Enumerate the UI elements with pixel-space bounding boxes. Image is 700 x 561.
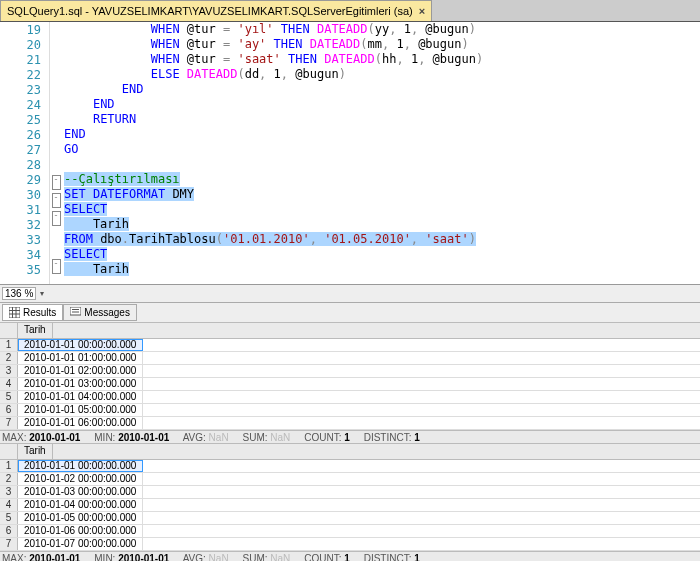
row-number[interactable]: 6 (0, 404, 18, 416)
line-number: 29 (0, 173, 41, 188)
fold-toggle[interactable]: - (52, 259, 61, 274)
row-number[interactable]: 6 (0, 525, 18, 537)
row-number[interactable]: 4 (0, 378, 18, 390)
results-tab-bar: Results Messages (0, 303, 700, 323)
code-line[interactable]: WHEN @tur = 'yıl' THEN DATEADD(yy, 1, @b… (64, 22, 483, 37)
row-number[interactable]: 3 (0, 486, 18, 498)
table-row[interactable]: 42010-01-01 03:00:00.000 (0, 378, 700, 391)
line-number: 25 (0, 113, 41, 128)
line-number: 26 (0, 128, 41, 143)
code-line[interactable]: SELECT (64, 202, 483, 217)
code-editor[interactable]: 1920212223242526272829303132333435 ---- … (0, 22, 700, 285)
messages-icon (70, 307, 81, 318)
line-number: 34 (0, 248, 41, 263)
code-line[interactable]: ELSE DATEADD(dd, 1, @bugun) (64, 67, 483, 82)
cell-tarih[interactable]: 2010-01-01 06:00:00.000 (18, 417, 143, 429)
line-number: 19 (0, 23, 41, 38)
cell-tarih[interactable]: 2010-01-02 00:00:00.000 (18, 473, 143, 485)
row-number[interactable]: 5 (0, 512, 18, 524)
table-row[interactable]: 32010-01-01 02:00:00.000 (0, 365, 700, 378)
table-row[interactable]: 22010-01-01 01:00:00.000 (0, 352, 700, 365)
tab-messages[interactable]: Messages (63, 304, 137, 321)
chevron-down-icon[interactable]: ▾ (40, 289, 44, 298)
line-number: 30 (0, 188, 41, 203)
code-line[interactable]: FROM dbo.TarihTablosu('01.01.2010', '01.… (64, 232, 483, 247)
row-number[interactable]: 7 (0, 538, 18, 550)
table-row[interactable]: 22010-01-02 00:00:00.000 (0, 473, 700, 486)
table-row[interactable]: 42010-01-04 00:00:00.000 (0, 499, 700, 512)
table-row[interactable]: 12010-01-01 00:00:00.000 (0, 339, 700, 352)
zoom-dropdown[interactable]: 136 % (2, 287, 36, 300)
grid1-col-tarih[interactable]: Tarih (18, 323, 53, 338)
document-tab[interactable]: SQLQuery1.sql - YAVUZSELIMKART\YAVUZSELI… (0, 0, 432, 21)
cell-tarih[interactable]: 2010-01-01 02:00:00.000 (18, 365, 143, 377)
code-line[interactable]: END (64, 97, 483, 112)
cell-tarih[interactable]: 2010-01-05 00:00:00.000 (18, 512, 143, 524)
code-line[interactable]: WHEN @tur = 'ay' THEN DATEADD(mm, 1, @bu… (64, 37, 483, 52)
grid1-header: Tarih (0, 323, 700, 339)
zoom-bar: 136 % ▾ (0, 285, 700, 303)
cell-tarih[interactable]: 2010-01-01 00:00:00.000 (18, 339, 143, 351)
code-line[interactable] (64, 157, 483, 172)
fold-toggle[interactable]: - (52, 211, 61, 226)
row-number[interactable]: 7 (0, 417, 18, 429)
code-line[interactable]: WHEN @tur = 'saat' THEN DATEADD(hh, 1, @… (64, 52, 483, 67)
table-row[interactable]: 72010-01-07 00:00:00.000 (0, 538, 700, 551)
row-number[interactable]: 5 (0, 391, 18, 403)
line-number: 23 (0, 83, 41, 98)
cell-tarih[interactable]: 2010-01-03 00:00:00.000 (18, 486, 143, 498)
table-row[interactable]: 62010-01-01 05:00:00.000 (0, 404, 700, 417)
code-line[interactable]: GO (64, 142, 483, 157)
row-number[interactable]: 1 (0, 339, 18, 351)
row-number[interactable]: 3 (0, 365, 18, 377)
line-number: 24 (0, 98, 41, 113)
table-row[interactable]: 62010-01-06 00:00:00.000 (0, 525, 700, 538)
line-number: 21 (0, 53, 41, 68)
close-icon[interactable]: × (419, 5, 425, 17)
cell-tarih[interactable]: 2010-01-01 00:00:00.000 (18, 460, 143, 472)
grid2-col-tarih[interactable]: Tarih (18, 444, 53, 459)
table-row[interactable]: 52010-01-01 04:00:00.000 (0, 391, 700, 404)
grid2-header: Tarih (0, 444, 700, 460)
row-number[interactable]: 2 (0, 352, 18, 364)
code-line[interactable]: Tarih (64, 217, 483, 232)
row-number[interactable]: 2 (0, 473, 18, 485)
code-line[interactable]: --Çalıştırılması (64, 172, 483, 187)
cell-tarih[interactable]: 2010-01-01 05:00:00.000 (18, 404, 143, 416)
fold-toggle[interactable]: - (52, 193, 61, 208)
stats-bar-1: MAX: 2010-01-01 MIN: 2010-01-01 AVG: NaN… (0, 430, 700, 444)
table-row[interactable]: 32010-01-03 00:00:00.000 (0, 486, 700, 499)
cell-tarih[interactable]: 2010-01-01 03:00:00.000 (18, 378, 143, 390)
code-area[interactable]: WHEN @tur = 'yıl' THEN DATEADD(yy, 1, @b… (62, 22, 483, 284)
tab-results[interactable]: Results (2, 304, 63, 321)
code-line[interactable]: Tarih (64, 262, 483, 277)
code-line[interactable]: SET DATEFORMAT DMY (64, 187, 483, 202)
cell-tarih[interactable]: 2010-01-06 00:00:00.000 (18, 525, 143, 537)
grid1-body[interactable]: 12010-01-01 00:00:00.00022010-01-01 01:0… (0, 339, 700, 430)
cell-tarih[interactable]: 2010-01-01 04:00:00.000 (18, 391, 143, 403)
table-row[interactable]: 72010-01-01 06:00:00.000 (0, 417, 700, 430)
line-number: 28 (0, 158, 41, 173)
row-header-corner[interactable] (0, 323, 18, 338)
code-line[interactable]: SELECT (64, 247, 483, 262)
row-number[interactable]: 1 (0, 460, 18, 472)
code-line[interactable]: END (64, 127, 483, 142)
code-line[interactable]: RETURN (64, 112, 483, 127)
code-line[interactable]: END (64, 82, 483, 97)
cell-tarih[interactable]: 2010-01-04 00:00:00.000 (18, 499, 143, 511)
zoom-value: 136 % (5, 288, 33, 299)
grid-icon (9, 307, 20, 318)
cell-tarih[interactable]: 2010-01-07 00:00:00.000 (18, 538, 143, 550)
grid2-body[interactable]: 12010-01-01 00:00:00.00022010-01-02 00:0… (0, 460, 700, 551)
table-row[interactable]: 52010-01-05 00:00:00.000 (0, 512, 700, 525)
tab-messages-label: Messages (84, 307, 130, 318)
cell-tarih[interactable]: 2010-01-01 01:00:00.000 (18, 352, 143, 364)
fold-toggle[interactable]: - (52, 175, 61, 190)
line-number: 27 (0, 143, 41, 158)
line-number: 20 (0, 38, 41, 53)
table-row[interactable]: 12010-01-01 00:00:00.000 (0, 460, 700, 473)
fold-column: ---- (50, 22, 62, 284)
row-number[interactable]: 4 (0, 499, 18, 511)
row-header-corner[interactable] (0, 444, 18, 459)
line-number: 33 (0, 233, 41, 248)
